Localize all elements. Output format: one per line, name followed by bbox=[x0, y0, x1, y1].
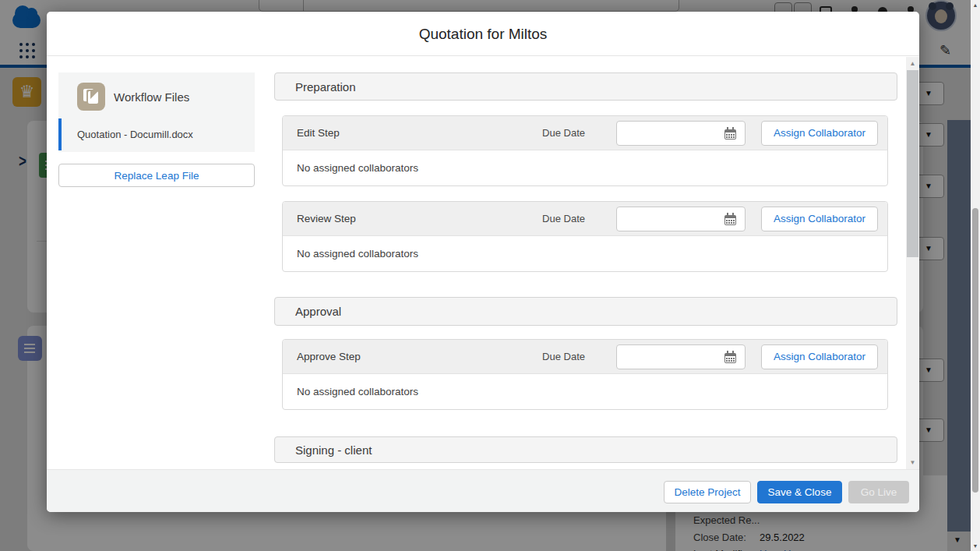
collaborators-area: No assigned collaborators bbox=[283, 374, 887, 409]
no-collaborators-text: No assigned collaborators bbox=[297, 386, 418, 397]
section-header-signing: Signing - client bbox=[274, 436, 897, 463]
file-item-selected[interactable]: Quotation - Documill.docx bbox=[58, 118, 255, 150]
step-card-header: Review Step Due Date Assign Collaborator bbox=[283, 202, 887, 236]
modal-title: Quotation for Miltos bbox=[47, 12, 919, 56]
no-collaborators-text: No assigned collaborators bbox=[297, 248, 418, 260]
due-date-field bbox=[616, 344, 746, 369]
calendar-icon[interactable] bbox=[724, 215, 736, 225]
sidebar-title: Workflow Files bbox=[114, 90, 189, 104]
document-stack-icon bbox=[77, 83, 105, 111]
step-name: Approve Step bbox=[297, 351, 361, 362]
scroll-down-icon[interactable]: ▼ bbox=[971, 543, 980, 549]
due-date-field bbox=[616, 121, 746, 146]
scroll-down-icon[interactable]: ▼ bbox=[906, 459, 919, 466]
page-scrollbar[interactable]: ▲ ▼ bbox=[971, 0, 980, 551]
due-date-label: Due Date bbox=[542, 351, 585, 362]
calendar-icon[interactable] bbox=[724, 353, 736, 363]
page-scrollbar-thumb[interactable] bbox=[972, 208, 978, 493]
save-and-close-button[interactable]: Save & Close bbox=[757, 481, 842, 503]
file-name: Quotation - Documill.docx bbox=[77, 129, 193, 140]
step-name: Review Step bbox=[297, 213, 356, 224]
modal-scrollbar-thumb[interactable] bbox=[907, 70, 918, 257]
collaborators-area: No assigned collaborators bbox=[283, 150, 887, 185]
due-date-input[interactable] bbox=[623, 208, 723, 230]
workflow-files-sidebar: Workflow Files Quotation - Documill.docx… bbox=[58, 72, 255, 152]
due-date-input[interactable] bbox=[623, 346, 723, 368]
step-name: Edit Step bbox=[297, 127, 340, 139]
step-card-edit: Edit Step Due Date Assign Collaborator N… bbox=[282, 115, 888, 186]
due-date-input[interactable] bbox=[623, 122, 723, 144]
section-header-preparation: Preparation bbox=[274, 72, 897, 101]
section-header-approval: Approval bbox=[274, 297, 897, 326]
section-title: Approval bbox=[295, 305, 341, 318]
step-card-approve: Approve Step Due Date Assign Collaborato… bbox=[282, 339, 888, 410]
screen: ✎ ♛ > ▼ ▼ ▼ ▼ ▼ ▼ ▼ Expected Re... Close… bbox=[0, 0, 980, 551]
modal-scrollbar[interactable]: ▲ ▼ bbox=[906, 57, 919, 469]
assign-collaborator-button[interactable]: Assign Collaborator bbox=[761, 121, 878, 146]
modal-footer: Delete Project Save & Close Go Live bbox=[47, 469, 919, 512]
step-card-header: Edit Step Due Date Assign Collaborator bbox=[283, 116, 887, 150]
scroll-up-icon[interactable]: ▲ bbox=[906, 60, 919, 67]
step-card-review: Review Step Due Date Assign Collaborator… bbox=[282, 201, 888, 272]
go-live-button[interactable]: Go Live bbox=[848, 481, 909, 503]
workflow-modal: Quotation for Miltos Workflow Files Quot… bbox=[47, 12, 919, 512]
workflow-files-panel: Workflow Files Quotation - Documill.docx bbox=[58, 72, 255, 152]
no-collaborators-text: No assigned collaborators bbox=[297, 162, 418, 174]
scroll-up-icon[interactable]: ▲ bbox=[971, 2, 980, 8]
replace-leap-file-button[interactable]: Replace Leap File bbox=[58, 164, 255, 187]
collaborators-area: No assigned collaborators bbox=[283, 236, 887, 271]
due-date-label: Due Date bbox=[542, 127, 585, 139]
section-title: Preparation bbox=[295, 80, 356, 94]
step-card-header: Approve Step Due Date Assign Collaborato… bbox=[283, 340, 887, 374]
calendar-icon[interactable] bbox=[724, 129, 736, 140]
assign-collaborator-button[interactable]: Assign Collaborator bbox=[761, 344, 878, 369]
due-date-label: Due Date bbox=[542, 213, 585, 224]
assign-collaborator-button[interactable]: Assign Collaborator bbox=[761, 207, 878, 231]
section-title: Signing - client bbox=[295, 443, 372, 457]
due-date-field bbox=[616, 207, 746, 231]
delete-project-button[interactable]: Delete Project bbox=[664, 481, 751, 503]
